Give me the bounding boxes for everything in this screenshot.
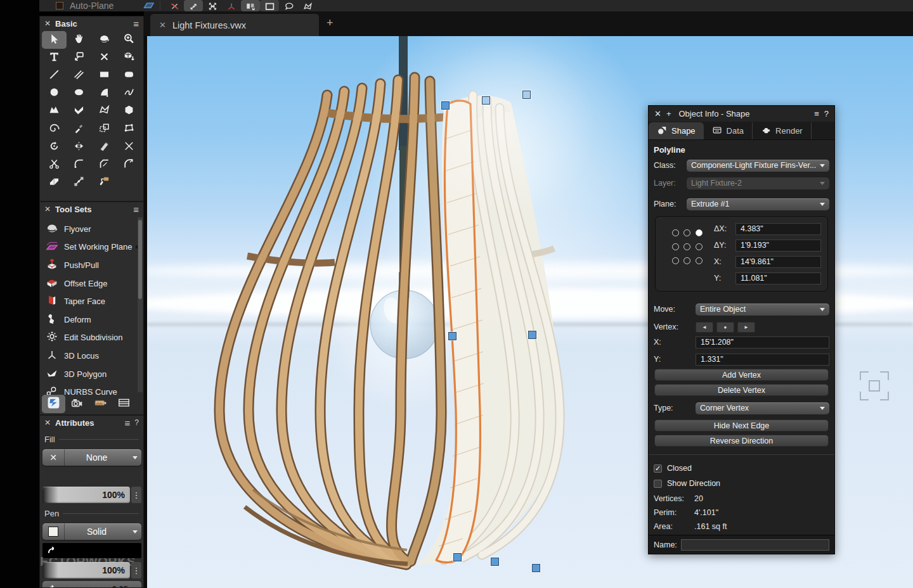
mirror-tool[interactable]	[67, 138, 91, 156]
vertex-y-field[interactable]: 1.331"	[696, 354, 829, 366]
item-offset-edge[interactable]: Offset Edge	[40, 274, 143, 293]
screen-aligned-objects-icon[interactable]	[241, 0, 260, 11]
anchor-radio-0-1[interactable]	[683, 229, 690, 236]
plane-dropdown[interactable]: Extrude #1	[687, 198, 829, 210]
item-push-pull[interactable]: Push/Pull	[40, 256, 143, 274]
panel-menu-icon[interactable]: ≡	[814, 109, 819, 118]
previous-vertex-button[interactable]: ◄	[696, 322, 713, 333]
rotate-tool[interactable]	[42, 138, 67, 156]
selection-handle-2[interactable]	[522, 91, 531, 99]
item-taper-face[interactable]: Taper Face	[40, 292, 143, 310]
line-tool[interactable]	[42, 67, 67, 84]
anchor-radio-1-0[interactable]	[672, 243, 679, 250]
pen-opacity-options-button[interactable]: ⋮	[131, 562, 141, 578]
select-similar-tool[interactable]	[92, 120, 117, 138]
polygon-selection-icon[interactable]	[298, 0, 317, 11]
new-tab-button[interactable]: +	[327, 16, 333, 30]
item-shape[interactable]: Shape	[649, 122, 704, 139]
pen-style-dropdown[interactable]: Solid	[42, 523, 141, 540]
working-plane-icon[interactable]	[143, 0, 155, 11]
polyline-tool[interactable]	[67, 103, 91, 120]
show-direction-checkbox[interactable]	[654, 480, 662, 488]
split-tool[interactable]	[42, 156, 67, 174]
shear-tool[interactable]	[92, 138, 117, 156]
reverse-direction-button[interactable]: Reverse Direction	[654, 435, 829, 447]
eyedropper-tool[interactable]	[67, 120, 91, 138]
marquee-selection-icon[interactable]	[260, 0, 279, 11]
anchor-point-grid[interactable]	[670, 226, 705, 267]
anchor-radio-1-2[interactable]	[696, 243, 703, 250]
selection-handle-6[interactable]	[491, 558, 499, 566]
toolset-3d-modeling[interactable]	[42, 395, 65, 413]
item-3d-locus[interactable]: 3D Locus	[40, 347, 143, 365]
spiral-tool[interactable]	[42, 120, 67, 138]
anchor-radio-2-2[interactable]	[696, 257, 703, 264]
clip-tool[interactable]	[42, 174, 67, 192]
close-icon[interactable]: ✕	[654, 109, 661, 118]
item-edit-subdivision[interactable]: Edit Subdivision	[40, 329, 143, 347]
anchor-radio-0-0[interactable]	[672, 229, 679, 236]
delete-tool[interactable]	[92, 49, 117, 67]
item-flyover[interactable]: Flyover	[40, 220, 143, 238]
ellipse-tool[interactable]	[67, 85, 91, 103]
delta-y-field[interactable]: 1'9.193"	[735, 240, 821, 252]
selection-handle-7[interactable]	[532, 564, 540, 572]
delta-x-field[interactable]: 4.383"	[735, 223, 821, 235]
close-icon[interactable]: ✕	[44, 205, 51, 214]
next-vertex-button[interactable]: ►	[737, 322, 755, 333]
close-icon[interactable]: ✕	[44, 19, 51, 28]
unified-view-tool[interactable]	[117, 49, 141, 67]
y-field[interactable]: 11.081"	[735, 272, 821, 284]
palette-menu-icon[interactable]: ≡	[133, 204, 139, 215]
freehand-tool[interactable]	[117, 85, 141, 103]
fill-opacity-options-button[interactable]: ⋮	[131, 487, 141, 503]
selection-tool[interactable]	[42, 31, 67, 49]
rounded-rectangle-tool[interactable]	[117, 67, 141, 84]
fill-style-dropdown[interactable]: ✕ None	[42, 449, 141, 466]
add-icon[interactable]: +	[666, 109, 671, 118]
selection-handle-5[interactable]	[453, 553, 462, 561]
selection-handle-1[interactable]	[482, 96, 490, 105]
pen-opacity-slider[interactable]: 100%	[42, 562, 130, 578]
name-field[interactable]	[681, 539, 829, 551]
single-object-interactive-scaling-icon[interactable]	[184, 0, 203, 11]
tab-light-fixtures[interactable]: ✕ Light Fixtures.vwx	[150, 14, 319, 36]
rectangle-tool[interactable]	[92, 67, 117, 84]
double-line-tool[interactable]	[67, 67, 91, 84]
tab-close-icon[interactable]: ✕	[159, 20, 166, 30]
item-render[interactable]: Render	[753, 122, 812, 139]
connect-combine-tool[interactable]	[67, 174, 91, 192]
pan-tool[interactable]	[67, 31, 91, 49]
toolset-visualization[interactable]	[65, 395, 89, 413]
close-icon[interactable]: ✕	[44, 418, 51, 427]
anchor-radio-2-1[interactable]	[683, 257, 690, 264]
fillet-tool[interactable]	[67, 156, 91, 174]
current-vertex-button[interactable]: ●	[716, 322, 734, 333]
3d-axes-icon[interactable]	[222, 0, 241, 11]
lasso-selection-icon[interactable]	[279, 0, 298, 11]
flyover-tool[interactable]	[92, 31, 117, 49]
attribute-mapping-tool[interactable]	[92, 174, 117, 192]
chamfer-tool[interactable]	[92, 156, 117, 174]
selection-handle-3[interactable]	[448, 332, 456, 340]
help-icon[interactable]: ?	[824, 109, 829, 118]
anchor-radio-2-0[interactable]	[672, 257, 679, 264]
circle-tool[interactable]	[42, 85, 67, 103]
class-dropdown[interactable]: Component-Light Fixture Fins-Ver...	[687, 160, 829, 172]
constrain-disabled-icon[interactable]	[165, 0, 184, 11]
vertex-x-field[interactable]: 15'1.208"	[696, 336, 829, 348]
fillet-radius-tool[interactable]	[117, 156, 141, 174]
reshape-tool[interactable]	[117, 120, 141, 138]
toolset-building-shell[interactable]	[112, 395, 136, 413]
closed-checkbox[interactable]: ✓	[654, 464, 662, 473]
fit-to-objects-tool[interactable]	[67, 49, 91, 67]
item-set-working-plane[interactable]: Set Working Plane ◆	[40, 238, 143, 257]
vertex-type-dropdown[interactable]: Corner Vertex	[696, 402, 829, 414]
polygon-tool[interactable]	[42, 103, 67, 120]
item-deform[interactable]: Deform	[40, 310, 143, 329]
fill-opacity-slider[interactable]: 100%	[42, 487, 130, 503]
selection-handle-0[interactable]	[441, 101, 450, 110]
hide-next-edge-button[interactable]: Hide Next Edge	[654, 419, 829, 431]
regular-polygon-tool[interactable]	[117, 103, 141, 120]
palette-menu-icon[interactable]: ≡	[125, 418, 131, 428]
